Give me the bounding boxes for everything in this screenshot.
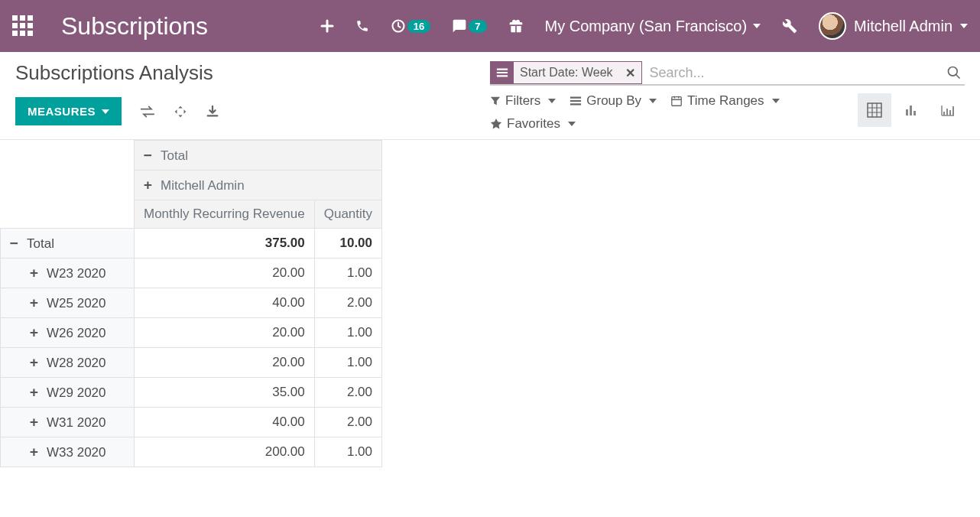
user-name: Mitchell Admin — [854, 18, 952, 35]
cell-qty: 2.00 — [314, 288, 381, 318]
search-input[interactable] — [642, 62, 943, 84]
favorites-label: Favorites — [507, 116, 560, 132]
new-icon[interactable] — [320, 19, 334, 33]
bar-chart-view-button[interactable] — [894, 93, 928, 127]
company-selector[interactable]: My Company (San Francisco) — [545, 18, 761, 35]
expand-icon[interactable]: + — [30, 414, 41, 430]
expand-icon[interactable]: + — [144, 177, 154, 193]
chevron-down-icon — [649, 99, 657, 103]
collapse-icon[interactable]: − — [10, 235, 21, 251]
table-row: +W25 202040.002.00 — [1, 288, 382, 318]
svg-point-1 — [949, 67, 958, 76]
pivot-corner — [1, 141, 135, 229]
row-header[interactable]: +W25 2020 — [1, 288, 135, 318]
row-header[interactable]: +W29 2020 — [1, 378, 135, 408]
debug-icon[interactable] — [782, 18, 797, 34]
expand-icon[interactable]: + — [30, 265, 41, 281]
groupby-button[interactable]: Group By — [570, 93, 657, 109]
chevron-down-icon — [548, 99, 556, 103]
control-panel: Subscriptions Analysis MEASURES Sta — [0, 52, 980, 140]
pivot-table-container: −Total +Mitchell Admin Monthly Recurring… — [0, 140, 980, 467]
table-row: +W23 202020.001.00 — [1, 258, 382, 288]
table-row: +W28 202020.001.00 — [1, 348, 382, 378]
row-header[interactable]: +W33 2020 — [1, 437, 135, 467]
svg-rect-3 — [868, 103, 881, 117]
measures-label: MEASURES — [28, 105, 96, 118]
row-header[interactable]: +W23 2020 — [1, 258, 135, 288]
chevron-down-icon — [960, 24, 968, 28]
download-icon[interactable] — [206, 105, 219, 119]
cell-qty: 1.00 — [314, 258, 381, 288]
gift-icon[interactable] — [508, 18, 524, 34]
cell-mrr: 40.00 — [135, 288, 315, 318]
expand-icon[interactable]: + — [30, 354, 41, 370]
top-navbar: Subscriptions 16 7 My Company (San Franc… — [0, 0, 980, 52]
col-header-group[interactable]: +Mitchell Admin — [135, 171, 382, 200]
favorites-button[interactable]: Favorites — [490, 116, 780, 132]
row-header-total[interactable]: −Total — [1, 229, 135, 258]
company-name: My Company (San Francisco) — [545, 18, 748, 35]
measure-header-qty[interactable]: Quantity — [314, 200, 381, 229]
table-row: +W31 202040.002.00 — [1, 408, 382, 437]
table-row-total: −Total 375.00 10.00 — [1, 229, 382, 258]
row-header[interactable]: +W28 2020 — [1, 348, 135, 378]
table-row: +W29 202035.002.00 — [1, 378, 382, 408]
row-header[interactable]: +W31 2020 — [1, 408, 135, 437]
messages-badge: 7 — [469, 20, 486, 33]
svg-rect-2 — [672, 97, 681, 106]
facet-remove-icon[interactable]: ✕ — [619, 66, 641, 80]
cell-mrr: 20.00 — [135, 258, 315, 288]
measures-button[interactable]: MEASURES — [15, 97, 122, 125]
search-icon[interactable] — [943, 65, 965, 80]
table-row: +W26 202020.001.00 — [1, 318, 382, 348]
expand-all-icon[interactable] — [174, 105, 187, 119]
cell-mrr: 40.00 — [135, 408, 315, 437]
pivot-view-button[interactable] — [858, 93, 891, 127]
svg-rect-7 — [952, 106, 954, 115]
user-menu[interactable]: Mitchell Admin — [819, 12, 968, 40]
groupby-facet-icon — [491, 62, 514, 83]
chevron-down-icon — [102, 109, 109, 114]
cell-mrr: 20.00 — [135, 318, 315, 348]
timeranges-button[interactable]: Time Ranges — [670, 93, 779, 109]
phone-icon[interactable] — [355, 19, 369, 33]
expand-icon[interactable]: + — [30, 324, 41, 340]
measure-header-mrr[interactable]: Monthly Recurring Revenue — [135, 200, 315, 229]
groupby-label: Group By — [586, 93, 641, 109]
cell-total-mrr: 375.00 — [135, 229, 315, 258]
cell-total-qty: 10.00 — [314, 229, 381, 258]
flip-axis-icon[interactable] — [140, 105, 155, 119]
apps-icon[interactable] — [12, 15, 34, 37]
expand-icon[interactable]: + — [30, 384, 41, 400]
search-bar: Start Date: Week ✕ — [490, 61, 965, 86]
page-title: Subscriptions Analysis — [15, 61, 490, 85]
line-chart-view-button[interactable] — [931, 93, 965, 127]
timeranges-label: Time Ranges — [687, 93, 764, 109]
activities-icon[interactable]: 16 — [391, 18, 430, 34]
filters-label: Filters — [505, 93, 540, 109]
cell-qty: 1.00 — [314, 348, 381, 378]
collapse-icon[interactable]: − — [144, 147, 154, 163]
col-header-total[interactable]: −Total — [135, 141, 382, 171]
cell-mrr: 35.00 — [135, 378, 315, 408]
pivot-table: −Total +Mitchell Admin Monthly Recurring… — [0, 140, 382, 467]
filters-button[interactable]: Filters — [490, 93, 556, 109]
svg-rect-6 — [949, 110, 951, 115]
cell-qty: 2.00 — [314, 378, 381, 408]
cell-qty: 2.00 — [314, 408, 381, 437]
search-facet: Start Date: Week ✕ — [490, 61, 642, 84]
avatar — [819, 12, 846, 40]
expand-icon[interactable]: + — [30, 294, 41, 311]
expand-icon[interactable]: + — [30, 444, 41, 460]
cell-mrr: 200.00 — [135, 437, 315, 467]
svg-rect-4 — [943, 112, 945, 115]
table-row: +W33 2020200.001.00 — [1, 437, 382, 467]
cell-mrr: 20.00 — [135, 348, 315, 378]
cell-qty: 1.00 — [314, 437, 381, 467]
messages-icon[interactable]: 7 — [452, 18, 486, 34]
app-brand[interactable]: Subscriptions — [61, 12, 208, 41]
row-header[interactable]: +W26 2020 — [1, 318, 135, 348]
cell-qty: 1.00 — [314, 318, 381, 348]
chevron-down-icon — [753, 24, 761, 28]
facet-label: Start Date: Week — [514, 66, 619, 80]
